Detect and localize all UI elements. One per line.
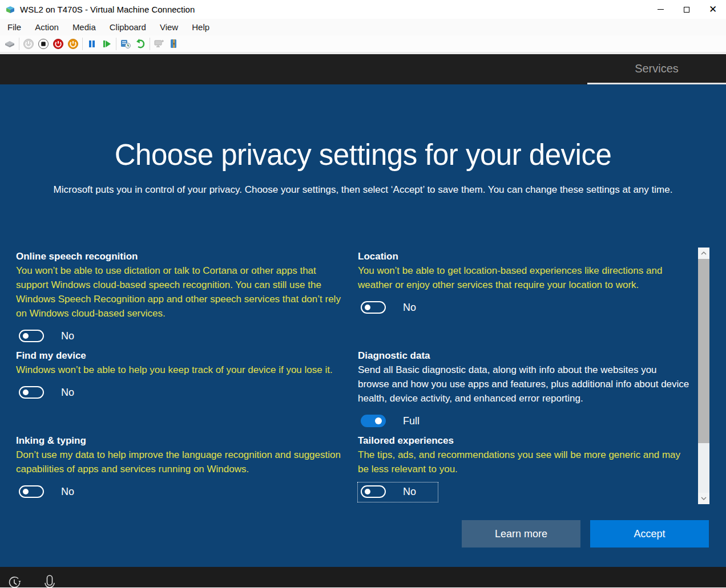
setting-inking-typing: Inking & typing Don’t use my data to hel… bbox=[16, 433, 358, 502]
oobe-taskbar bbox=[0, 567, 726, 587]
toolbar-separator bbox=[150, 38, 150, 50]
setting-description: Don’t use my data to help improve the la… bbox=[16, 448, 346, 476]
setting-title: Find my device bbox=[16, 348, 358, 363]
tab-services-label: Services bbox=[635, 62, 679, 75]
window-title: WSL2 on T470S - Virtual Machine Connecti… bbox=[20, 5, 647, 14]
share-icon[interactable] bbox=[167, 37, 182, 51]
find-my-device-toggle[interactable] bbox=[19, 386, 44, 399]
menu-clipboard[interactable]: Clipboard bbox=[103, 19, 153, 35]
close-icon: ✕ bbox=[709, 5, 717, 14]
toolbar-separator bbox=[116, 38, 116, 50]
setting-location: Location You won’t be able to get locati… bbox=[358, 249, 690, 348]
maximize-button[interactable] bbox=[673, 0, 700, 19]
learn-more-button[interactable]: Learn more bbox=[462, 520, 580, 548]
scroll-down-icon[interactable] bbox=[698, 493, 709, 504]
shut-down-icon[interactable] bbox=[51, 37, 66, 51]
setting-tailored-experiences: Tailored experiences The tips, ads, and … bbox=[358, 433, 690, 502]
enhanced-session-icon bbox=[152, 37, 167, 51]
toggle-value: No bbox=[61, 387, 74, 399]
toggle-row: No bbox=[16, 383, 77, 402]
setting-title: Diagnostic data bbox=[358, 348, 690, 363]
toggle-value: No bbox=[61, 486, 74, 498]
setting-description: Send all Basic diagnostic data, along wi… bbox=[358, 363, 690, 405]
scrollbar[interactable] bbox=[698, 248, 709, 504]
page-subtitle: Microsoft puts you in control of your pr… bbox=[34, 183, 693, 197]
reset-icon[interactable] bbox=[99, 37, 114, 51]
menu-action[interactable]: Action bbox=[28, 19, 66, 35]
settings-grid: Online speech recognition You won’t be a… bbox=[16, 249, 690, 502]
checkpoint-icon[interactable] bbox=[118, 37, 133, 51]
setting-title: Tailored experiences bbox=[358, 433, 690, 448]
toggle-row: No bbox=[16, 482, 77, 501]
setting-title: Location bbox=[358, 249, 690, 263]
turn-off-icon[interactable] bbox=[36, 37, 51, 51]
hyperv-app-icon bbox=[5, 5, 15, 14]
menu-help[interactable]: Help bbox=[185, 19, 216, 35]
setting-find-my-device: Find my device Windows won’t be able to … bbox=[16, 348, 358, 433]
menu-bar: File Action Media Clipboard View Help bbox=[0, 19, 726, 35]
microphone-icon[interactable] bbox=[42, 575, 57, 587]
inking-typing-toggle[interactable] bbox=[19, 485, 44, 498]
setting-description: Windows won’t be able to help you keep t… bbox=[16, 363, 346, 377]
page-title: Choose privacy settings for your device bbox=[0, 135, 726, 176]
setting-title: Inking & typing bbox=[16, 433, 358, 448]
oobe-header: Services bbox=[0, 54, 726, 84]
toggle-row: No bbox=[358, 482, 438, 502]
toggle-knob bbox=[23, 489, 29, 494]
setting-diagnostic-data: Diagnostic data Send all Basic diagnosti… bbox=[358, 348, 690, 433]
close-button[interactable]: ✕ bbox=[700, 0, 726, 19]
revert-icon[interactable] bbox=[133, 37, 148, 51]
toggle-knob bbox=[23, 333, 29, 339]
minimize-icon bbox=[658, 9, 664, 10]
minimize-button[interactable] bbox=[647, 0, 673, 19]
toggle-knob bbox=[23, 390, 29, 395]
titlebar: WSL2 on T470S - Virtual Machine Connecti… bbox=[0, 0, 726, 19]
save-icon[interactable] bbox=[66, 37, 80, 51]
toggle-knob bbox=[365, 489, 370, 494]
location-toggle[interactable] bbox=[361, 301, 386, 314]
toolbar bbox=[0, 35, 726, 52]
toggle-row: No bbox=[16, 327, 77, 345]
diagnostic-data-toggle[interactable] bbox=[361, 415, 386, 427]
setting-description: You won’t be able to use dictation or ta… bbox=[16, 263, 346, 321]
toggle-knob bbox=[365, 305, 370, 310]
ease-of-access-icon[interactable] bbox=[7, 575, 22, 587]
tab-services[interactable]: Services bbox=[587, 54, 726, 84]
toggle-knob bbox=[375, 417, 382, 424]
menu-view[interactable]: View bbox=[153, 19, 185, 35]
scrollbar-thumb[interactable] bbox=[698, 259, 709, 443]
toggle-value: No bbox=[61, 330, 74, 342]
setting-description: The tips, ads, and recommendations you s… bbox=[358, 448, 690, 476]
setting-title: Online speech recognition bbox=[16, 249, 358, 263]
privacy-settings-page: Choose privacy settings for your device … bbox=[0, 84, 726, 567]
toggle-value: No bbox=[403, 486, 416, 498]
action-buttons: Learn more Accept bbox=[462, 520, 709, 548]
online-speech-toggle[interactable] bbox=[19, 330, 44, 342]
toggle-value: Full bbox=[403, 415, 420, 427]
maximize-icon bbox=[684, 7, 689, 13]
toolbar-separator bbox=[19, 38, 19, 50]
menu-file[interactable]: File bbox=[1, 19, 28, 35]
toolbar-separator bbox=[82, 38, 83, 50]
toggle-row: No bbox=[358, 298, 419, 317]
window-controls: ✕ bbox=[647, 0, 726, 19]
start-icon bbox=[21, 37, 36, 51]
scroll-up-icon[interactable] bbox=[698, 248, 709, 259]
tailored-experiences-toggle[interactable] bbox=[361, 485, 386, 498]
menu-media[interactable]: Media bbox=[66, 19, 103, 35]
setting-online-speech-recognition: Online speech recognition You won’t be a… bbox=[16, 249, 358, 348]
setting-description: You won’t be able to get location-based … bbox=[358, 263, 690, 292]
pause-icon[interactable] bbox=[84, 37, 99, 51]
toggle-value: No bbox=[403, 302, 416, 314]
ctrl-alt-del-icon[interactable] bbox=[2, 37, 17, 51]
toggle-row: Full bbox=[358, 412, 422, 430]
accept-button[interactable]: Accept bbox=[590, 520, 709, 548]
